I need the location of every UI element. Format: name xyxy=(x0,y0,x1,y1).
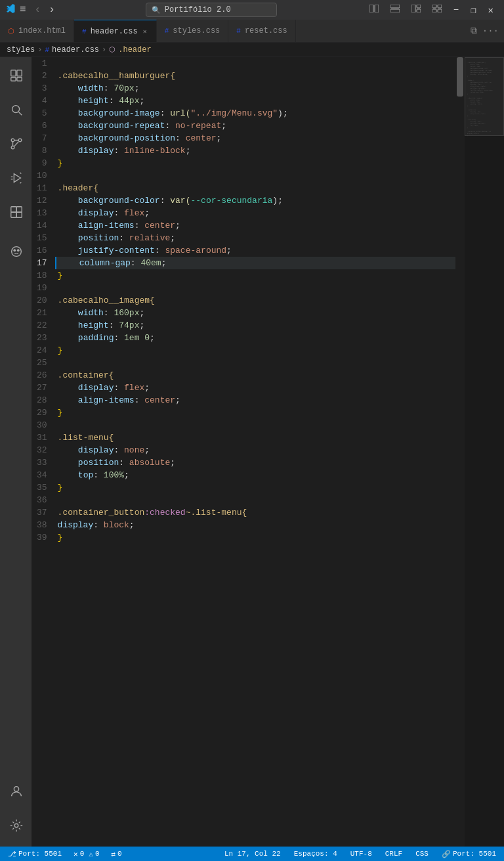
status-branch[interactable]: ⎇ Port: 5501 xyxy=(5,847,64,861)
code-line-9[interactable]: } xyxy=(55,157,455,169)
code-line-3[interactable]: width: 70px; xyxy=(55,82,455,95)
code-line-14[interactable]: align-items: center; xyxy=(55,219,455,232)
status-position[interactable]: Ln 17, Col 22 xyxy=(222,847,284,861)
line-number-20: 20 xyxy=(37,294,47,307)
activity-account[interactable] xyxy=(0,776,32,807)
code-line-16[interactable]: justify-content: space-around; xyxy=(55,244,455,257)
code-line-30[interactable] xyxy=(55,419,455,431)
code-line-34[interactable]: top: 100%; xyxy=(55,469,455,481)
breadcrumb-header-css[interactable]: header.css xyxy=(52,45,99,55)
minimize-button[interactable]: − xyxy=(448,3,464,16)
code-line-23[interactable]: padding: 1em 0; xyxy=(55,332,455,344)
code-line-38[interactable]: display: block; xyxy=(55,519,455,531)
code-line-31[interactable]: .list-menu{ xyxy=(55,431,455,444)
code-line-36[interactable] xyxy=(55,494,455,506)
status-encoding[interactable]: UTF-8 xyxy=(348,847,375,861)
layout-icon-1[interactable] xyxy=(364,3,384,16)
editor-area: 1234567891011121314151617181920212223242… xyxy=(32,57,504,847)
code-line-26[interactable]: .container{ xyxy=(55,369,455,382)
svg-line-16 xyxy=(19,112,22,116)
code-line-22[interactable]: height: 74px; xyxy=(55,319,455,332)
title-bar-left: ≡ xyxy=(5,3,26,17)
split-editor-icon[interactable]: ⧉ xyxy=(471,26,477,36)
tab-index-html[interactable]: ⬡ index.html xyxy=(0,20,74,42)
maximize-button[interactable]: ❐ xyxy=(465,3,481,17)
code-line-35[interactable]: } xyxy=(55,481,455,494)
minimap-content: .cabecalho__hamburguer{ width: 70px; hei… xyxy=(465,57,504,141)
tab-close-button[interactable]: ✕ xyxy=(142,27,148,36)
status-line-ending[interactable]: CRLF xyxy=(383,847,405,861)
window-controls: − ❐ ✕ xyxy=(364,3,499,17)
nav-back-button[interactable]: ‹ xyxy=(32,3,45,17)
code-line-18[interactable]: } xyxy=(55,269,455,282)
line-number-4: 4 xyxy=(37,95,47,107)
status-language[interactable]: CSS xyxy=(413,847,431,861)
svg-rect-2 xyxy=(390,5,400,8)
activity-copilot[interactable] xyxy=(0,236,32,267)
close-button[interactable]: ✕ xyxy=(483,3,499,17)
breadcrumb-sep-2: › xyxy=(102,45,106,55)
code-line-2[interactable]: .cabecalho__hamburguer{ xyxy=(55,70,455,82)
scrollbar-thumb[interactable] xyxy=(457,57,463,97)
code-line-10[interactable] xyxy=(55,169,455,182)
code-line-28[interactable]: align-items: center; xyxy=(55,394,455,407)
minimap-lines: .cabecalho__hamburguer{ width: 70px; hei… xyxy=(467,60,501,139)
activity-explorer[interactable] xyxy=(0,60,32,91)
breadcrumb-styles[interactable]: styles xyxy=(7,45,35,55)
code-editor[interactable]: .cabecalho__hamburguer{ width: 70px; hei… xyxy=(55,57,455,847)
code-line-20[interactable]: .cabecalho__imagem{ xyxy=(55,294,455,307)
activity-source-control[interactable] xyxy=(0,128,32,160)
code-line-17[interactable]: column-gap: 40em; xyxy=(55,257,455,269)
port-text: Port: 5501 xyxy=(453,850,496,858)
code-line-11[interactable]: .header{ xyxy=(55,182,455,194)
code-line-7[interactable]: background-position: center; xyxy=(55,132,455,144)
svg-rect-6 xyxy=(417,9,421,12)
info-count: 0 xyxy=(117,850,122,858)
activity-search[interactable] xyxy=(0,94,32,125)
hamburger-menu-icon[interactable]: ≡ xyxy=(20,4,26,16)
tab-header-css[interactable]: # header.css ✕ xyxy=(74,20,157,42)
line-number-33: 33 xyxy=(37,456,47,469)
code-line-1[interactable] xyxy=(55,57,455,70)
status-port[interactable]: 🔗 Port: 5501 xyxy=(439,847,499,861)
layout-icon-4[interactable] xyxy=(427,3,447,16)
code-line-8[interactable]: display: inline-block; xyxy=(55,144,455,157)
activity-run-debug[interactable] xyxy=(0,162,32,194)
layout-icon-2[interactable] xyxy=(385,3,405,16)
code-line-19[interactable] xyxy=(55,282,455,294)
tab-styles-css[interactable]: # styles.css xyxy=(157,20,229,42)
code-line-29[interactable]: } xyxy=(55,407,455,419)
nav-forward-button[interactable]: › xyxy=(45,3,58,17)
line-number-1: 1 xyxy=(37,57,47,70)
more-actions-icon[interactable]: ··· xyxy=(482,26,499,36)
code-line-24[interactable]: } xyxy=(55,344,455,357)
svg-rect-10 xyxy=(438,9,442,12)
code-line-13[interactable]: display: flex; xyxy=(55,207,455,219)
status-errors[interactable]: ✕ 0 ⚠ 0 xyxy=(71,847,102,861)
code-line-15[interactable]: position: relative; xyxy=(55,232,455,244)
code-line-5[interactable]: background-image: url("../img/Menu.svg")… xyxy=(55,107,455,120)
status-spaces[interactable]: Espaços: 4 xyxy=(291,847,340,861)
breadcrumb-selector[interactable]: .header xyxy=(118,45,151,55)
code-line-37[interactable]: .container_button:checked~.list-menu{ xyxy=(55,506,455,519)
tab-reset-css[interactable]: # reset.css xyxy=(228,20,295,42)
code-line-25[interactable] xyxy=(55,357,455,369)
code-line-33[interactable]: position: absolute; xyxy=(55,456,455,469)
search-bar[interactable]: 🔍 Portifólio 2.0 xyxy=(146,3,277,17)
scrollbar-track[interactable] xyxy=(455,57,465,847)
code-line-6[interactable]: background-repeat: no-repeat; xyxy=(55,120,455,132)
layout-icon-3[interactable] xyxy=(406,3,426,16)
code-line-39[interactable]: } xyxy=(55,531,455,544)
css-icon-3: # xyxy=(236,27,241,35)
svg-rect-12 xyxy=(17,70,22,76)
code-line-32[interactable]: display: none; xyxy=(55,444,455,456)
code-line-12[interactable]: background-color: var(--cor-secundaria); xyxy=(55,194,455,207)
code-line-27[interactable]: display: flex; xyxy=(55,382,455,394)
activity-extensions[interactable] xyxy=(0,196,32,228)
code-line-21[interactable]: width: 160px; xyxy=(55,307,455,319)
line-number-10: 10 xyxy=(37,169,47,182)
code-line-4[interactable]: height: 44px; xyxy=(55,95,455,107)
activity-settings[interactable] xyxy=(0,810,32,841)
line-number-13: 13 xyxy=(37,207,47,219)
status-info[interactable]: ⇄ 0 xyxy=(108,847,124,861)
